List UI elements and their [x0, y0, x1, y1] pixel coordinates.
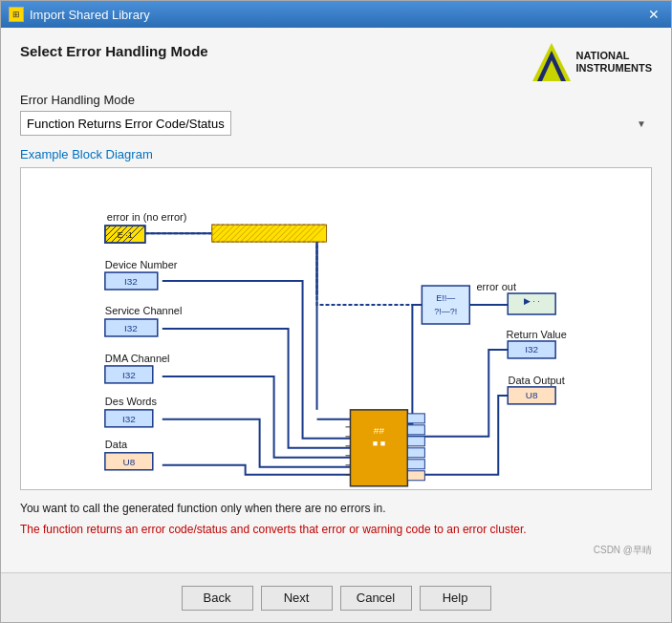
svg-text:I32: I32 [525, 344, 538, 354]
cancel-button[interactable]: Cancel [340, 586, 412, 611]
svg-text:I32: I32 [122, 370, 136, 380]
window-icon: ⊞ [9, 7, 24, 22]
footer: Back Next Cancel Help [1, 572, 671, 622]
svg-text:I32: I32 [124, 323, 138, 333]
ni-logo: NATIONAL INSTRUMENTS [532, 43, 652, 81]
description-line2: The function returns an error code/statu… [20, 521, 652, 538]
svg-text:Data Output: Data Output [509, 375, 565, 386]
main-content: Select Error Handling Mode NATIONAL INST… [1, 28, 671, 572]
svg-rect-56 [212, 225, 327, 242]
svg-text:I32: I32 [124, 276, 138, 287]
svg-rect-54 [407, 460, 424, 469]
dropdown-row: Function Returns Error Code/Status [20, 111, 652, 136]
svg-text:I32: I32 [122, 414, 136, 424]
svg-text:DMA Channel: DMA Channel [105, 353, 170, 364]
svg-text:error out: error out [477, 281, 516, 292]
svg-text:##: ## [374, 425, 385, 436]
svg-text:error in (no error): error in (no error) [107, 211, 187, 223]
svg-text:▶ · ·: ▶ · · [524, 296, 540, 306]
svg-text:Service Channel: Service Channel [105, 305, 182, 316]
svg-text:Return Value: Return Value [507, 329, 567, 340]
diagram-box: ## ■ ■ E!!— ?!—?! [20, 167, 652, 490]
svg-rect-50 [407, 414, 424, 423]
svg-marker-0 [532, 43, 571, 81]
ni-logo-icon [532, 43, 571, 81]
back-button[interactable]: Back [182, 586, 253, 611]
svg-text:U8: U8 [122, 457, 135, 467]
dropdown-wrapper: Function Returns Error Code/Status [20, 111, 652, 136]
watermark: CSDN @早晴 [20, 544, 652, 557]
page-title: Select Error Handling Mode [20, 43, 208, 59]
header-row: Select Error Handling Mode NATIONAL INST… [20, 43, 652, 81]
description-line2-text: The function returns an error code/statu… [20, 523, 527, 536]
title-bar: ⊞ Import Shared Library ✕ [1, 1, 671, 28]
svg-text:U8: U8 [526, 390, 538, 400]
help-button[interactable]: Help [420, 586, 491, 611]
svg-rect-12 [422, 286, 469, 324]
next-button[interactable]: Next [261, 586, 333, 611]
example-label: Example Block Diagram [20, 147, 652, 161]
close-button[interactable]: ✕ [644, 5, 663, 24]
description-line1: You want to call the generated function … [20, 500, 652, 517]
svg-text:Data: Data [105, 439, 128, 450]
svg-text:Device Number: Device Number [105, 259, 178, 270]
svg-text:?!—?!: ?!—?! [434, 307, 457, 316]
svg-text:Des Words: Des Words [105, 396, 158, 407]
svg-text:E!!—: E!!— [436, 293, 455, 303]
svg-rect-53 [407, 448, 424, 458]
main-window: ⊞ Import Shared Library ✕ Select Error H… [0, 0, 672, 623]
error-handling-label: Error Handling Mode [20, 93, 652, 107]
svg-rect-52 [407, 437, 424, 446]
ni-logo-text: NATIONAL INSTRUMENTS [576, 50, 652, 75]
svg-text:E ·1: E ·1 [118, 230, 133, 240]
svg-rect-51 [407, 425, 424, 435]
error-handling-dropdown[interactable]: Function Returns Error Code/Status [20, 111, 231, 136]
svg-text:■ ■: ■ ■ [373, 439, 385, 448]
window-title: Import Shared Library [30, 8, 644, 22]
diagram-svg: ## ■ ■ E!!— ?!—?! [21, 168, 651, 489]
svg-rect-55 [407, 471, 424, 481]
